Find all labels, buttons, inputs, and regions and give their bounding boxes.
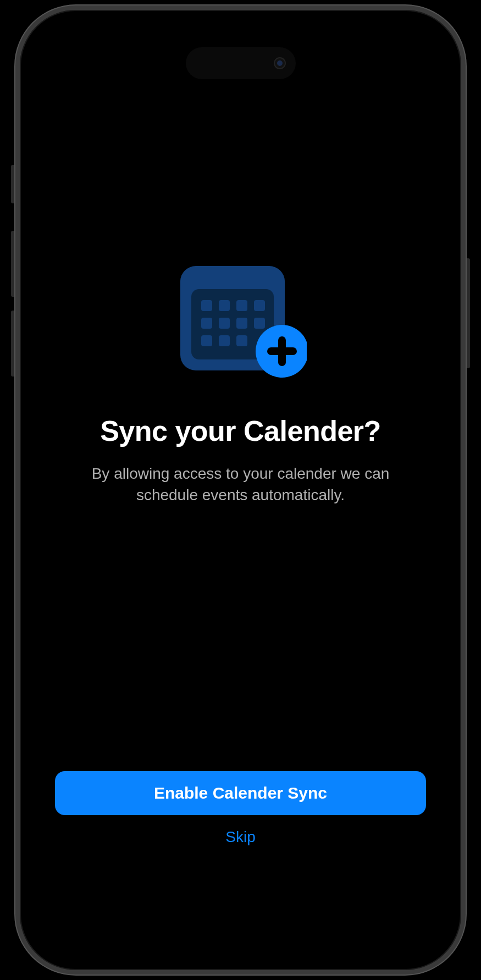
svg-rect-10 bbox=[201, 335, 212, 346]
svg-rect-12 bbox=[236, 335, 247, 346]
onboarding-title: Sync your Calender? bbox=[100, 414, 381, 447]
side-button-volume-up bbox=[11, 231, 15, 297]
svg-rect-5 bbox=[254, 300, 265, 311]
enable-calendar-sync-button[interactable]: Enable Calender Sync bbox=[55, 771, 426, 815]
onboarding-screen: Sync your Calender? By allowing access t… bbox=[23, 13, 458, 967]
svg-rect-9 bbox=[254, 318, 265, 329]
side-button-volume-down bbox=[11, 311, 15, 377]
svg-rect-4 bbox=[236, 300, 247, 311]
svg-rect-7 bbox=[219, 318, 230, 329]
svg-rect-8 bbox=[236, 318, 247, 329]
side-button-power bbox=[466, 258, 470, 368]
skip-button[interactable]: Skip bbox=[225, 828, 255, 846]
svg-rect-2 bbox=[201, 300, 212, 311]
phone-frame: Sync your Calender? By allowing access t… bbox=[15, 5, 466, 975]
svg-rect-6 bbox=[201, 318, 212, 329]
onboarding-subtitle: By allowing access to your calender we c… bbox=[81, 463, 400, 506]
phone-screen: Sync your Calender? By allowing access t… bbox=[23, 13, 458, 967]
calendar-add-icon bbox=[175, 266, 307, 381]
svg-rect-3 bbox=[219, 300, 230, 311]
side-button-mute bbox=[11, 165, 15, 203]
hero-section: Sync your Calender? By allowing access t… bbox=[55, 13, 426, 771]
svg-rect-11 bbox=[219, 335, 230, 346]
footer-actions: Enable Calender Sync Skip bbox=[55, 771, 426, 967]
svg-rect-15 bbox=[267, 347, 297, 355]
